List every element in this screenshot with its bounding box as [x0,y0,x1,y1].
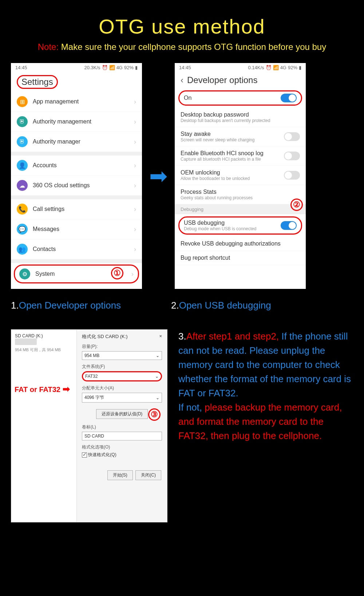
note-prefix: Note: [38,42,59,52]
dev-row-title: Enable Bluetooth HCI snoop log [181,150,284,157]
settings-row[interactable]: ⊞ App management › [11,92,142,112]
row-icon: ⚙ [19,268,30,279]
settings-header: Settings [11,72,142,92]
signal-icon: 📶 [273,65,279,70]
row-2: FAT or FAT32 ➡ SD CARD (K:) 954 MB 可用，共 … [11,329,353,522]
dev-row-title: Bug report shortcut [181,255,300,261]
settings-row[interactable]: ⛨ Authority management › [11,112,142,132]
toggle[interactable] [284,132,300,141]
toggle[interactable] [284,152,300,160]
debugging-section: Debugging ② [175,204,306,214]
row-label: 360 OS cloud settings [33,182,90,189]
dev-option-row[interactable]: Process Stats Geeky stats about running … [175,185,306,204]
quick-format-checkbox[interactable] [82,452,87,458]
volume-label: 卷标(L) [82,424,162,430]
sd-sub: 954 MB 可用，共 954 MB [15,347,73,353]
dev-row-title: Process Stats [181,189,300,195]
page-title: OTG use method [11,15,353,38]
settings-row[interactable]: {} Developer options › [11,285,142,289]
chevron-right-icon: › [134,205,136,213]
status-speed-2: 0.14K/s [248,65,264,70]
toggle[interactable] [284,171,300,180]
usb-debug-title: USB debugging [184,220,281,226]
allocation-label: 分配单元大小(A) [82,385,162,391]
step-2-badge: ② [290,199,303,211]
row-label: Accounts [33,162,57,169]
format-title-bar: 格式化 SD CARD (K:) × [82,333,162,340]
dev-row-title: Stay awake [181,131,284,137]
dev-header: ‹ Developer options [175,72,306,88]
row-icon: ☁ [17,180,28,191]
row-icon: ⛨ [17,116,28,127]
status-time-2: 14:45 [179,65,191,70]
close-button[interactable]: 关闭(C) [135,470,161,480]
sd-card-pane: SD CARD (K:) 954 MB 可用，共 954 MB [11,330,77,522]
dev-row-sub: Allow the bootloader to be unlocked [181,176,284,181]
capacity-select[interactable]: 954 MB⌄ [82,351,162,360]
format-dialog: SD CARD (K:) 954 MB 可用，共 954 MB 格式化 SD C… [11,329,167,522]
chevron-right-icon: › [134,138,136,146]
usb-debugging-row[interactable]: USB debugging Debug mode when USB is con… [178,216,302,235]
row-label: Messages [33,226,59,232]
dev-row-sub: Desktop full backups aren't currently pr… [181,118,300,123]
battery-icon: ▮ [135,65,138,70]
chevron-right-icon: › [134,182,136,189]
row-label: App management [33,98,79,105]
dev-on-row[interactable]: On [178,90,302,106]
sd-drive-icon [15,338,37,345]
dev-option-row[interactable]: Revoke USB debugging authorizations [175,237,306,251]
dev-row-sub: Geeky stats about running processes [181,195,300,200]
row-label: Authority manager [33,138,80,145]
usb-debug-toggle[interactable] [281,221,297,230]
fat-label: FAT or FAT32 ➡ [15,384,70,394]
fat-arrow-icon: ➡ [63,384,70,394]
dev-option-row[interactable]: Stay awake Screen will never sleep while… [175,127,306,146]
close-icon[interactable]: × [159,333,162,340]
settings-row[interactable]: ☁ 360 OS cloud settings › [11,176,142,196]
alarm-icon: ⏰ [266,65,272,70]
dev-row-title: OEM unlocking [181,169,284,176]
phone-settings: 14:45 20.3K/s ⏰ 📶 4G 92% ▮ Settings ⊞ Ap… [11,63,142,289]
dev-row-sub: Capture all bluetooth HCI packets in a f… [181,157,284,162]
settings-row[interactable]: 💬 Messages › [11,219,142,239]
phones-row: 14:45 20.3K/s ⏰ 📶 4G 92% ▮ Settings ⊞ Ap… [11,63,353,289]
row-icon: 💬 [17,224,28,235]
dev-option-row[interactable]: OEM unlocking Allow the bootloader to be… [175,166,306,185]
dev-option-row[interactable]: Bug report shortcut [175,251,306,265]
format-options-label: 格式化选项(O) [82,444,162,450]
chevron-right-icon: › [134,162,136,169]
dev-on-toggle[interactable] [281,94,297,102]
settings-row[interactable]: 👥 Contacts › [11,239,142,259]
start-button[interactable]: 开始(S) [107,470,133,480]
status-time: 14:45 [15,65,27,70]
settings-row[interactable]: ⚙ System ›① [14,264,139,283]
dev-row-title: Desktop backup password [181,111,300,118]
note-text: Make sure the your cellphone supports OT… [61,42,326,52]
settings-row[interactable]: 👤 Accounts › [11,156,142,176]
settings-row[interactable]: 📞 Call settings › [11,199,142,219]
captions-row: 1.Open Developer options 2.Open USB debu… [11,296,353,322]
volume-input[interactable]: SD CARD [82,432,162,440]
dev-on-label: On [184,95,281,101]
status-speed: 20.3K/s [84,65,100,70]
dev-option-row[interactable]: Desktop backup password Desktop full bac… [175,108,306,127]
filesystem-select[interactable]: FAT32⌄ [82,371,162,381]
instructions-text: 3.After step1 and step2, If the phone st… [178,329,353,443]
step-3-badge: ③ [148,408,161,421]
capacity-label: 容量(P): [82,344,162,350]
settings-row[interactable]: ⛨ Authority manager › [11,132,142,152]
chevron-right-icon: › [134,98,136,106]
usb-debug-sub: Debug mode when USB is connected [184,226,281,231]
note-line: Note: Make sure the your cellphone suppo… [11,42,353,52]
dev-option-row[interactable]: Enable Bluetooth HCI snoop log Capture a… [175,146,306,166]
settings-title-highlight: Settings [17,75,58,89]
row-icon: ⛨ [17,136,28,147]
chevron-right-icon: › [134,226,136,233]
quick-format-row[interactable]: 快速格式化(Q) [82,452,162,458]
restore-defaults-button[interactable]: 还原设备的默认值(D) [96,409,148,419]
back-icon[interactable]: ‹ [181,75,183,85]
phone-developer: 14:45 0.14K/s ⏰ 📶 4G 92% ▮ ‹ Developer o… [175,63,306,289]
allocation-select[interactable]: 4096 字节⌄ [82,393,162,403]
chevron-down-icon: ⌄ [155,374,159,379]
filesystem-label: 文件系统(F) [82,364,162,370]
